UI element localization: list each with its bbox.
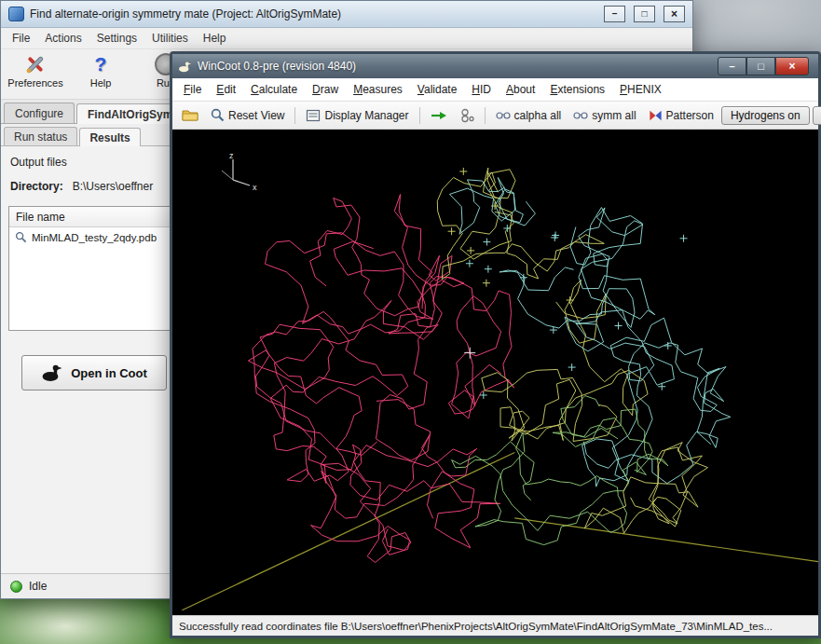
go-to-atom-button[interactable] [426, 107, 452, 124]
maximize-button[interactable] [634, 6, 655, 22]
tab-run-status[interactable]: Run status [4, 127, 77, 145]
symm-icon [573, 110, 588, 121]
magnifier-icon [15, 231, 27, 243]
wincoot-menubar: FileEditCalculateDrawMeasuresValidateHID… [172, 78, 818, 102]
menu-validate[interactable]: Validate [410, 83, 465, 96]
menu-phenix[interactable]: PHENIX [612, 83, 669, 96]
menu-calculate[interactable]: Calculate [243, 83, 305, 96]
wincoot-status-text: Successfully read coordinates file B:\Us… [179, 621, 773, 632]
ligand-builder-button[interactable] [455, 106, 479, 125]
wincoot-window: WinCoot 0.8-pre (revision 4840) FileEdit… [170, 51, 821, 638]
axis-x-label: x [253, 183, 257, 192]
phenix-menubar: FileActionsSettingsUtilitiesHelp [1, 28, 692, 49]
toolbar-separator [485, 107, 486, 124]
open-in-coot-label: Open in Coot [71, 366, 147, 380]
close-button[interactable] [664, 6, 685, 22]
connected-to-phenix-button[interactable]: Connected to PHENIX [813, 106, 821, 125]
calpha-all-label: calpha all [514, 109, 562, 122]
patterson-label: Patterson [666, 109, 714, 122]
reset-view-button[interactable]: Reset View [206, 106, 289, 124]
tab-configure[interactable]: Configure [4, 103, 75, 123]
help-icon: ? [89, 52, 113, 76]
phenix-window-title: Find alternate-origin symmetry mate (Pro… [30, 7, 341, 21]
folder-icon [182, 108, 198, 122]
menu-draw[interactable]: Draw [305, 83, 346, 96]
patterson-button[interactable]: Patterson [644, 107, 718, 124]
toolbar-separator [294, 107, 295, 124]
wincoot-app-icon [178, 61, 192, 73]
atoms-icon [459, 108, 474, 123]
minimize-icon [729, 61, 734, 72]
calpha-all-button[interactable]: calpha all [491, 107, 567, 124]
minimize-button[interactable] [604, 6, 625, 22]
toolbar-separator [419, 107, 420, 124]
display-manager-button[interactable]: Display Manager [301, 107, 413, 124]
hydrogens-toggle-label: Hydrogens on [731, 109, 800, 122]
axis-z-label: z [229, 151, 234, 160]
calpha-icon [496, 110, 511, 121]
reset-view-icon [211, 108, 225, 122]
wincoot-toolbar: Reset View Display Manager [172, 102, 818, 130]
phenix-caption-buttons [604, 6, 685, 22]
file-name-text: MinMLAD_testy_2qdy.pdb [32, 232, 157, 243]
minimize-icon [612, 9, 618, 19]
wincoot-titlebar[interactable]: WinCoot 0.8-pre (revision 4840) [172, 54, 818, 78]
molecule-wireframe [172, 130, 818, 615]
preferences-button[interactable]: Preferences [8, 52, 62, 89]
desktop: Find alternate-origin symmetry mate (Pro… [0, 0, 821, 644]
menu-about[interactable]: About [499, 83, 542, 96]
symm-all-button[interactable]: symm all [568, 107, 640, 124]
menu-help[interactable]: Help [196, 32, 234, 45]
menu-extensions[interactable]: Extensions [542, 83, 612, 96]
status-text: Idle [29, 580, 47, 593]
tools-icon [23, 52, 48, 76]
close-button[interactable] [775, 57, 809, 75]
wincoot-caption-buttons [718, 57, 809, 75]
wincoot-statusbar: Successfully read coordinates file B:\Us… [172, 615, 818, 636]
status-ok-icon [10, 581, 22, 593]
help-label: Help [90, 77, 112, 89]
menu-settings[interactable]: Settings [89, 32, 144, 45]
minimize-button[interactable] [718, 57, 746, 75]
maximize-button[interactable] [746, 57, 775, 75]
menu-file[interactable]: File [176, 83, 209, 96]
patterson-icon [649, 109, 663, 122]
wincoot-window-title: WinCoot 0.8-pre (revision 4840) [198, 60, 356, 73]
menu-actions[interactable]: Actions [37, 32, 89, 45]
display-manager-label: Display Manager [324, 109, 408, 122]
open-coordinates-button[interactable] [177, 106, 203, 124]
menu-file[interactable]: File [5, 32, 37, 45]
coot-bird-icon [41, 363, 63, 382]
menu-measures[interactable]: Measures [346, 83, 410, 96]
symm-all-label: symm all [592, 109, 636, 122]
display-manager-icon [306, 109, 321, 122]
menu-utilities[interactable]: Utilities [144, 32, 196, 45]
directory-value: B:\Users\oeffner [73, 180, 153, 193]
axes-indicator: z x [214, 150, 263, 199]
phenix-titlebar[interactable]: Find alternate-origin symmetry mate (Pro… [1, 1, 692, 28]
reset-view-label: Reset View [228, 109, 284, 122]
tab-results[interactable]: Results [79, 128, 140, 146]
green-arrow-icon [431, 109, 447, 122]
molecule-viewport[interactable]: z x [172, 130, 818, 615]
open-in-coot-button[interactable]: Open in Coot [21, 355, 167, 391]
close-icon [671, 8, 677, 20]
maximize-icon [758, 61, 764, 72]
help-button[interactable]: ? Help [74, 52, 128, 89]
menu-hid[interactable]: HID [464, 83, 499, 96]
close-icon [788, 60, 795, 73]
preferences-label: Preferences [7, 77, 62, 89]
hydrogens-toggle-button[interactable]: Hydrogens on [721, 106, 810, 125]
maximize-icon [641, 9, 647, 19]
menu-edit[interactable]: Edit [209, 83, 243, 96]
directory-label: Directory: [10, 180, 63, 193]
phenix-app-icon [8, 7, 24, 21]
